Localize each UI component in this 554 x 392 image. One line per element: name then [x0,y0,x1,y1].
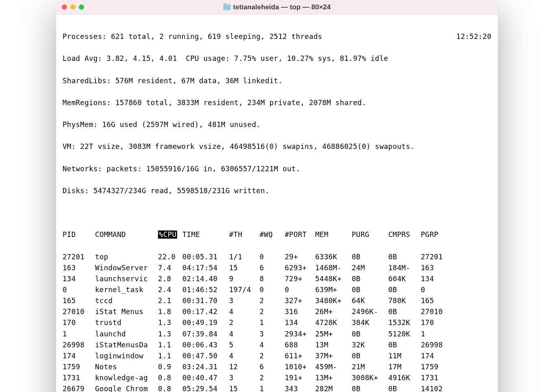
cell-pid: 165 [63,295,95,306]
table-row: 1731knowledge-ag0.800:40.4732191+13M+300… [63,373,491,383]
memregions-line: MemRegions: 157860 total, 3833M resident… [63,97,491,108]
cell-command: iStatMenusDa [95,340,158,351]
cell-mem: 6336K [315,252,352,263]
maximize-button[interactable] [79,4,84,10]
cell-mem: 13M [315,340,352,351]
cell-pgrp: 170 [421,317,449,328]
cell-cmprs: 0B [388,306,421,317]
table-header: PIDCOMMAND%CPUTIME#TH#WQ#PORTMEMPURGCMPR… [63,229,491,240]
cell-time: 05:29.54 [182,383,229,392]
cell-wq: 6 [260,362,285,373]
cell-mem: 13M+ [315,373,352,383]
cell-purg: 21M [352,362,388,373]
disks-line: Disks: 5474327/234G read, 5598518/231G w… [63,185,491,196]
cell-cpu: 0.8 [158,383,182,392]
col-port[interactable]: #PORT [285,229,315,240]
cell-command: kernel_task [95,284,158,295]
cell-pid: 1 [63,329,95,340]
cell-th: 4 [229,306,260,317]
cell-purg: 3008K+ [352,373,388,383]
processes-line: Processes: 621 total, 2 running, 619 sle… [63,31,322,42]
cell-cpu: 2.8 [158,274,182,284]
cell-port: 327+ [285,295,315,306]
cell-wq: 1 [260,383,285,392]
cell-time: 00:17.42 [182,306,229,317]
cell-mem: 3480K+ [315,295,352,306]
cell-cpu: 2.1 [158,295,182,306]
cell-th: 1/1 [229,252,260,263]
cell-time: 02:14.40 [182,274,229,284]
col-cmprs[interactable]: CMPRS [388,229,421,240]
cell-port: 134 [285,317,315,328]
cell-wq: 4 [260,340,285,351]
cell-port: 729+ [285,274,315,284]
cell-cmprs: 0B [388,383,421,392]
cell-th: 9 [229,274,260,284]
table-row: 26679Google Chrom0.805:29.54151343282M0B… [63,383,491,392]
col-pid[interactable]: PID [63,229,95,240]
cell-purg: 24M [352,263,388,274]
cell-purg: 0B [352,284,388,295]
cell-command: loginwindow [95,351,158,362]
cell-pid: 27201 [63,252,95,263]
cell-port: 6293+ [285,263,315,274]
table-row: 165tccd2.100:31.7032327+3480K+64K780K165 [63,295,491,306]
cell-mem: 639M+ [315,284,352,295]
titlebar[interactable]: tetianaleheida — top — 80×24 [56,0,498,15]
col-mem[interactable]: MEM [315,229,352,240]
cell-mem: 37M+ [315,351,352,362]
cell-cmprs: 1532K [388,317,421,328]
cell-time: 00:05.31 [182,252,229,263]
cell-command: WindowServer [95,263,158,274]
cell-th: 15 [229,263,260,274]
cell-port: 2934+ [285,329,315,340]
cell-wq: 8 [260,274,285,284]
cell-pgrp: 14102 [421,383,449,392]
cell-time: 01:46:52 [182,284,229,295]
cell-th: 4 [229,329,260,340]
col-purg[interactable]: PURG [352,229,388,240]
cell-purg: 0B [352,252,388,263]
cell-cmprs: 184M- [388,263,421,274]
col-wq[interactable]: #WQ [260,229,285,240]
col-pgrp[interactable]: PGRP [421,229,449,240]
table-row: 134launchservic2.802:14.4098729+5448K+0B… [63,274,491,284]
col-time[interactable]: TIME [182,229,229,240]
cell-port: 29+ [285,252,315,263]
minimize-button[interactable] [70,4,76,10]
table-body: 27201top22.000:05.311/1029+6336K0B0B2720… [63,252,491,392]
vm-line: VM: 22T vsize, 3083M framework vsize, 46… [63,141,491,152]
cell-cpu: 1.8 [158,306,182,317]
cell-command: top [95,252,158,263]
cell-pgrp: 26998 [421,340,449,351]
col-command[interactable]: COMMAND [95,229,158,240]
cell-purg: 384K [352,317,388,328]
cell-mem: 4728K [315,317,352,328]
cell-mem: 26M+ [315,306,352,317]
col-th[interactable]: #TH [229,229,260,240]
table-row: 163WindowServer7.404:17:541566293+1468M-… [63,263,491,274]
physmem-line: PhysMem: 16G used (2597M wired), 481M un… [63,119,491,130]
cell-wq: 1 [260,317,285,328]
cell-command: tccd [95,295,158,306]
sharedlibs-line: SharedLibs: 576M resident, 67M data, 36M… [63,75,491,86]
col-cpu[interactable]: %CPU [158,229,182,240]
cell-pid: 163 [63,263,95,274]
cell-cmprs: 604K [388,274,421,284]
networks-line: Networks: packets: 15055916/16G in, 6306… [63,164,491,174]
cell-wq: 0 [260,284,285,295]
cell-purg: 0B [352,351,388,362]
close-button[interactable] [62,4,67,10]
cell-time: 03:24.31 [182,362,229,373]
cell-pgrp: 174 [421,351,449,362]
cell-cmprs: 5120K [388,329,421,340]
cell-port: 1010+ [285,362,315,373]
cell-purg: 0B [352,383,388,392]
terminal-content[interactable]: Processes: 621 total, 2 running, 619 sle… [56,15,498,392]
cell-th: 3 [229,295,260,306]
title-text: tetianaleheida — top — 80×24 [233,3,331,11]
cell-time: 04:17:54 [182,263,229,274]
cell-pid: 27010 [63,306,95,317]
cell-time: 00:47.50 [182,351,229,362]
cell-wq: 2 [260,295,285,306]
